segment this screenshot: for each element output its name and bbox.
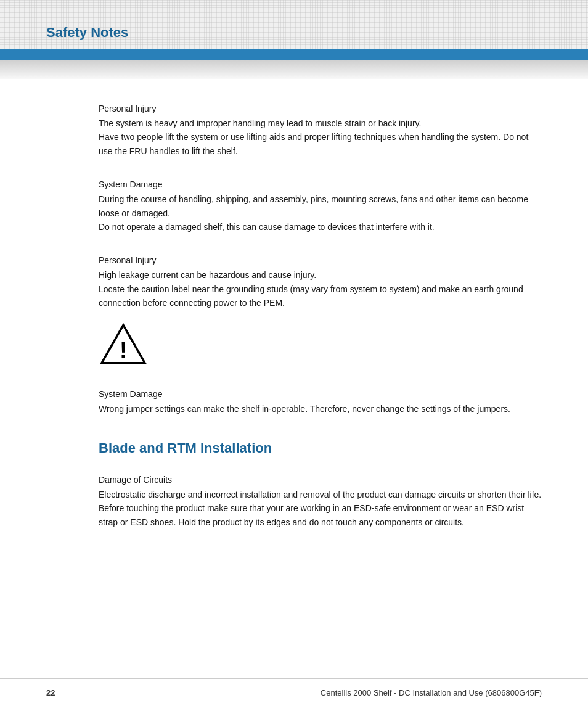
section-damage-circuits: Damage of Circuits Electrostatic dischar…: [99, 475, 542, 529]
blade-rtm-heading: Blade and RTM Installation: [99, 440, 542, 456]
svg-text:!: !: [120, 337, 127, 362]
section-title-4: System Damage: [99, 389, 542, 399]
section-body-2: During the course of handling, shipping,…: [99, 192, 542, 234]
section-title-5: Damage of Circuits: [99, 475, 542, 485]
section-body-5: Electrostatic discharge and incorrect in…: [99, 488, 542, 529]
section-personal-injury-1: Personal Injury The system is heavy and …: [99, 104, 542, 158]
main-content: Personal Injury The system is heavy and …: [0, 79, 588, 588]
page-title: Safety Notes: [46, 25, 128, 41]
section-title-3: Personal Injury: [99, 255, 542, 265]
warning-triangle-icon: !: [99, 322, 148, 366]
section-body-1: The system is heavy and improper handlin…: [99, 117, 542, 158]
section-system-damage-1: System Damage During the course of handl…: [99, 179, 542, 234]
section-body-4: Wrong jumper settings can make the shelf…: [99, 402, 542, 416]
footer-document-title: Centellis 2000 Shelf - DC Installation a…: [321, 688, 542, 697]
blue-divider-bar: [0, 49, 588, 60]
section-body-3: High leakage current can be hazardous an…: [99, 268, 542, 310]
section-title-2: System Damage: [99, 179, 542, 189]
page-footer: 22 Centellis 2000 Shelf - DC Installatio…: [0, 678, 588, 706]
section-personal-injury-2: Personal Injury High leakage current can…: [99, 255, 542, 367]
header-pattern: Safety Notes: [0, 0, 588, 49]
footer-page-number: 22: [46, 688, 55, 697]
section-system-damage-2: System Damage Wrong jumper settings can …: [99, 389, 542, 416]
warning-icon-container: !: [99, 322, 542, 367]
gray-gradient-bar: [0, 60, 588, 79]
section-title-1: Personal Injury: [99, 104, 542, 113]
